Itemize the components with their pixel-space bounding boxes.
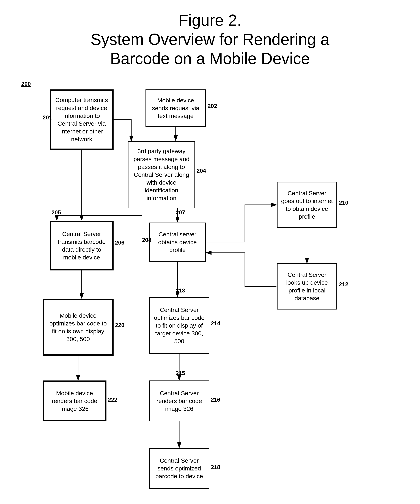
arrow-label-213: 213 xyxy=(176,287,185,294)
arrow-label-215: 215 xyxy=(176,370,185,376)
ref-208: 208 xyxy=(142,237,151,243)
box-204: 3rd party gateway parses message and pas… xyxy=(128,141,195,208)
title-line3: Barcode on a Mobile Device xyxy=(0,49,420,68)
ref-202: 202 xyxy=(208,103,217,109)
ref-222: 222 xyxy=(108,396,117,403)
box-210: Central Server goes out to internet to o… xyxy=(277,182,337,228)
box-201: Computer transmits request and device in… xyxy=(50,90,114,150)
ref-216: 216 xyxy=(211,396,220,403)
ref-204: 204 xyxy=(197,168,206,174)
box-206: Central Server transmits barcode data di… xyxy=(50,221,114,270)
ref-200: 200 xyxy=(21,81,31,87)
ref-206: 206 xyxy=(115,240,124,246)
ref-220: 220 xyxy=(115,322,124,329)
box-222: Mobile device renders bar code image 326 xyxy=(42,380,107,421)
arrow-label-205: 205 xyxy=(51,209,61,216)
box-202: Mobile device sends request via text mes… xyxy=(145,90,206,127)
title-line2: System Overview for Rendering a xyxy=(0,30,420,49)
ref-212: 212 xyxy=(339,281,348,288)
title-line1: Figure 2. xyxy=(0,11,420,30)
diagram-area: 200 Computer transmits request and devic… xyxy=(0,75,420,504)
box-220: Mobile device optimizes bar code to fit … xyxy=(42,299,114,356)
ref-210: 210 xyxy=(339,199,348,206)
ref-214: 214 xyxy=(211,320,220,327)
ref-201: 201 xyxy=(42,114,52,121)
box-208: Central server obtains device profile xyxy=(149,222,206,262)
page-title: Figure 2. System Overview for Rendering … xyxy=(0,0,420,75)
box-212: Central Server looks up device profile i… xyxy=(277,263,337,310)
box-218: Central Server sends optimized barcode t… xyxy=(149,448,209,489)
arrow-label-207: 207 xyxy=(176,209,185,216)
ref-218: 218 xyxy=(211,464,220,470)
box-216: Central Server renders bar code image 32… xyxy=(149,380,209,421)
box-214: Central Server optimizes bar code to fit… xyxy=(149,297,209,354)
